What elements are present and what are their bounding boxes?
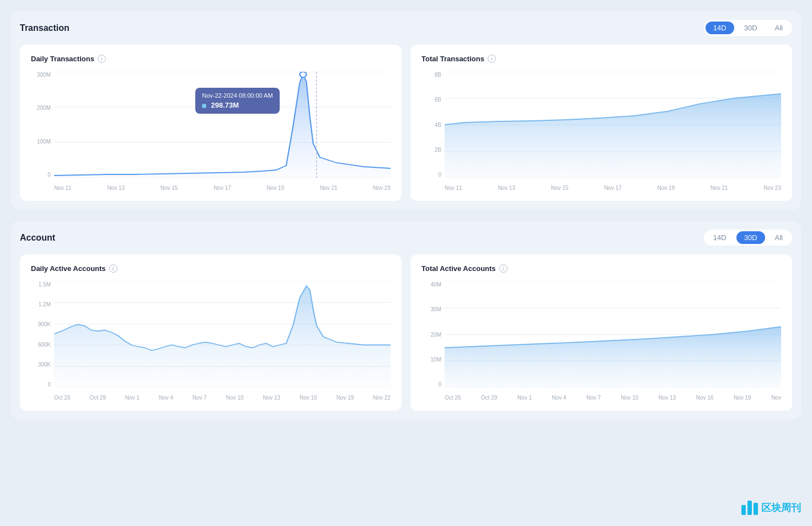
brand-text: 区块周刊 xyxy=(761,501,801,514)
daily-accounts-chart-area: 1.5M 1.2M 900K 600K 300K 0 xyxy=(31,281,391,403)
account-title: Account xyxy=(20,233,55,243)
total-accounts-chart-area: 40M 30M 20M 10M 0 xyxy=(421,281,781,403)
total-active-accounts-card: Total Active Accounts i 40M 30M 20M 10M … xyxy=(410,254,792,411)
total-tx-x-axis: Nov 11 Nov 13 Nov 15 Nov 17 Nov 19 Nov 2… xyxy=(445,182,781,193)
total-acc-y-axis: 40M 30M 20M 10M 0 xyxy=(421,281,445,387)
daily-accounts-info-icon[interactable]: i xyxy=(109,264,117,273)
total-transactions-chart-area: 8B 6B 4B 2B 0 xyxy=(421,72,781,193)
daily-active-accounts-card: Daily Active Accounts i 1.5M 1.2M 900K 6… xyxy=(20,254,402,411)
daily-tx-y-axis: 300M 200M 100M 0 xyxy=(31,72,54,178)
total-tx-svg-container xyxy=(445,72,781,178)
daily-tx-x-axis: Nov 11 Nov 13 Nov 15 Nov 17 Nov 19 Nov 2… xyxy=(54,182,391,193)
account-section: Account 14D 30D All Daily Active Account… xyxy=(11,221,801,419)
transaction-filter-14d[interactable]: 14D xyxy=(706,22,734,34)
total-active-accounts-title: Total Active Accounts i xyxy=(421,264,781,273)
transaction-time-filters: 14D 30D All xyxy=(704,20,792,36)
daily-transactions-title: Daily Transactions i xyxy=(31,55,391,63)
transaction-filter-all[interactable]: All xyxy=(767,22,790,34)
account-filter-all[interactable]: All xyxy=(767,231,790,244)
total-transactions-title: Total Transactions i xyxy=(421,55,781,63)
account-filter-30d[interactable]: 30D xyxy=(736,231,765,244)
total-transactions-card: Total Transactions i 8B 6B 4B 2B 0 xyxy=(410,45,792,201)
daily-transactions-info-icon[interactable]: i xyxy=(98,55,106,63)
total-acc-x-axis: Oct 26 Oct 29 Nov 1 Nov 4 Nov 7 Nov 10 N… xyxy=(445,392,781,403)
transaction-filter-30d[interactable]: 30D xyxy=(736,22,765,34)
daily-transactions-card: Daily Transactions i 300M 200M 100M 0 xyxy=(20,45,402,201)
daily-tx-svg-container: Nov-22-2024 08:00:00 AM 298.73M xyxy=(54,72,391,178)
brand-bar-1 xyxy=(741,505,746,515)
transaction-charts-row: Daily Transactions i 300M 200M 100M 0 xyxy=(20,45,792,201)
brand-bar-3 xyxy=(754,503,758,515)
brand-logo: 区块周刊 xyxy=(741,501,801,515)
total-transactions-info-icon[interactable]: i xyxy=(488,55,496,63)
daily-acc-x-axis: Oct 26 Oct 29 Nov 1 Nov 4 Nov 7 Nov 10 N… xyxy=(54,392,391,403)
brand-bar-2 xyxy=(747,501,752,515)
daily-acc-y-axis: 1.5M 1.2M 900K 600K 300K 0 xyxy=(31,281,54,387)
total-acc-svg-container xyxy=(445,281,781,387)
daily-active-accounts-title: Daily Active Accounts i xyxy=(31,264,391,273)
transaction-section: Transaction 14D 30D All Daily Transactio… xyxy=(11,11,801,210)
account-filter-14d[interactable]: 14D xyxy=(706,231,734,244)
total-tx-y-axis: 8B 6B 4B 2B 0 xyxy=(421,72,445,178)
transaction-title: Transaction xyxy=(20,23,70,33)
brand-bars-icon xyxy=(741,501,758,515)
svg-point-4 xyxy=(300,72,306,77)
account-header: Account 14D 30D All xyxy=(20,230,792,246)
account-time-filters: 14D 30D All xyxy=(704,230,792,246)
total-accounts-info-icon[interactable]: i xyxy=(499,264,507,273)
account-charts-row: Daily Active Accounts i 1.5M 1.2M 900K 6… xyxy=(20,254,792,411)
daily-transactions-chart-area: 300M 200M 100M 0 xyxy=(31,72,391,193)
transaction-header: Transaction 14D 30D All xyxy=(20,20,792,36)
daily-acc-svg-container xyxy=(54,281,391,387)
